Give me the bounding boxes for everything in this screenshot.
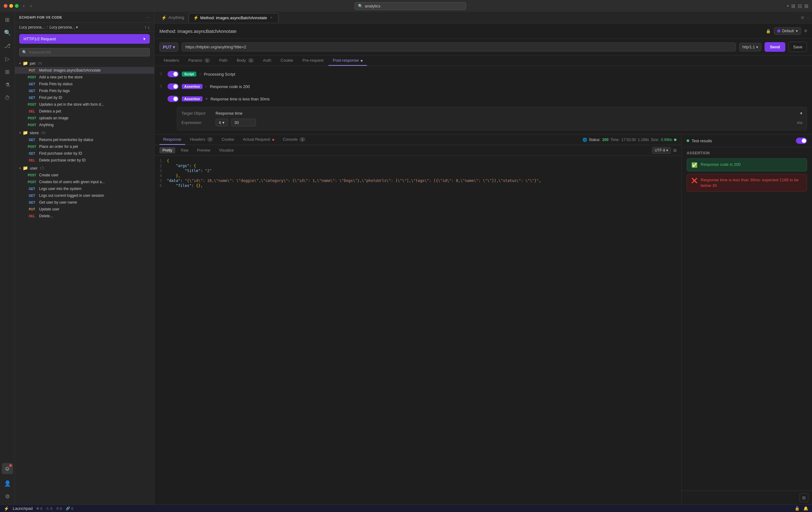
grid-icon-button[interactable]: ⊞ bbox=[2, 66, 13, 78]
tree-item-post-add-pet[interactable]: POST Add a new pet to the store bbox=[15, 74, 154, 81]
address-bar[interactable]: 🔍 bbox=[354, 2, 466, 10]
assertion-value-input[interactable] bbox=[231, 119, 256, 126]
tree-item-post-create-user[interactable]: POST Create user bbox=[15, 172, 154, 179]
send-button[interactable]: Send bbox=[764, 42, 786, 52]
tab-headers[interactable]: Headers bbox=[160, 56, 183, 66]
expression-selector[interactable]: lt ▾ bbox=[215, 119, 228, 126]
tab-params[interactable]: Params 1 bbox=[184, 56, 214, 66]
tree-item-del-user[interactable]: DEL Delete... bbox=[15, 213, 154, 219]
format-preview-button[interactable]: Preview bbox=[194, 147, 213, 153]
tab-more-icon[interactable]: ··· bbox=[806, 15, 810, 20]
assertion-2-expand-icon[interactable]: ▾ bbox=[206, 97, 207, 101]
test-results-toggle[interactable] bbox=[796, 138, 807, 144]
resp-tab-cookie[interactable]: Cookie bbox=[218, 134, 238, 145]
tree-item-get-login[interactable]: GET Logs user into the system bbox=[15, 185, 154, 192]
drag-handle-icon[interactable]: ⠿ bbox=[160, 84, 164, 89]
encoding-selector[interactable]: UTF-8 ▾ bbox=[652, 147, 671, 154]
tree-item-put-update-user[interactable]: PUT Update user bbox=[15, 206, 154, 213]
http-version-selector[interactable]: http/1.1 ▾ bbox=[739, 43, 761, 52]
tree-item-post-uploads[interactable]: POST uploads an image bbox=[15, 115, 154, 121]
method-selector[interactable]: PUT ▾ bbox=[160, 42, 178, 52]
assertion-1-toggle[interactable] bbox=[168, 83, 179, 90]
sidebar-more-icon[interactable]: ··· bbox=[146, 15, 150, 20]
url-input[interactable] bbox=[185, 44, 732, 49]
tree-item-post-update-pet[interactable]: POST Updates a pet in the store with for… bbox=[15, 101, 154, 108]
bell-icon: 🔔 bbox=[803, 506, 808, 511]
tab-body[interactable]: Body 1 bbox=[232, 56, 258, 66]
tree-item-get-order[interactable]: GET Find purchase order by ID bbox=[15, 150, 154, 157]
assertion-1-expand-icon[interactable]: › bbox=[206, 84, 207, 89]
grid-layout-icon[interactable]: ⊞ bbox=[804, 3, 808, 9]
request-more-icon[interactable]: ≡ bbox=[804, 28, 807, 34]
format-visualize-button[interactable]: Visualize bbox=[216, 147, 237, 153]
sidebar-search[interactable]: 🔍 bbox=[19, 48, 150, 56]
minimize-window-button[interactable] bbox=[9, 4, 13, 8]
tree-item-del-pet[interactable]: DEL Deletes a pet bbox=[15, 108, 154, 115]
tab-close-button[interactable]: × bbox=[269, 15, 274, 20]
user-icon-button[interactable]: 👤 bbox=[2, 478, 13, 489]
script-toggle[interactable] bbox=[168, 71, 179, 77]
beaker-icon-button[interactable]: ⚗ bbox=[2, 79, 13, 90]
request-tabs: Headers Params 1 Path Body 1 Auth Cookie bbox=[154, 56, 812, 66]
tree-item-get-pets-tags[interactable]: GET Finds Pets by tags bbox=[15, 87, 154, 94]
maximize-window-button[interactable] bbox=[15, 4, 19, 8]
tree-group-store-header[interactable]: ▾ 📁 store (4) bbox=[15, 129, 154, 137]
tree-item-label: Finds Pets by status bbox=[39, 82, 72, 86]
history-icon-button[interactable]: ⏱ bbox=[2, 92, 13, 103]
http-request-button[interactable]: HTTP1/2 Request ▾ bbox=[19, 34, 150, 44]
tab-path[interactable]: Path bbox=[215, 56, 232, 66]
tab-auth[interactable]: Auth bbox=[259, 56, 276, 66]
tab-anything[interactable]: ⚡ Anything bbox=[157, 13, 188, 22]
resp-tab-headers[interactable]: Headers 7 bbox=[186, 134, 217, 145]
url-input-container[interactable] bbox=[181, 42, 736, 52]
split-icon[interactable]: ⊟ bbox=[798, 3, 802, 9]
home-icon-button[interactable]: ⊞ bbox=[2, 14, 13, 25]
title-bar: ‹ › 🔍 ▪️ ⊞ ⊟ ⊞ bbox=[0, 0, 812, 12]
tree-group-user-header[interactable]: ▾ 📁 user (7) bbox=[15, 164, 154, 172]
tab-pre-request[interactable]: Pre-request bbox=[298, 56, 328, 66]
cloud-upload-icon[interactable]: ↑ bbox=[145, 25, 147, 29]
sidebar-search-input[interactable] bbox=[29, 50, 147, 55]
tree-item-get-logout[interactable]: GET Logs out current logged in user sess… bbox=[15, 192, 154, 199]
tree-item-get-pets-status[interactable]: GET Finds Pets by status bbox=[15, 81, 154, 87]
search-icon-button[interactable]: 🔍 bbox=[2, 27, 13, 38]
tree-item-put-method[interactable]: PUT Method: images.asyncBatchAnnotate bbox=[15, 67, 154, 74]
settings-icon-button[interactable]: ⚙ bbox=[2, 491, 13, 502]
tab-cookie[interactable]: Cookie bbox=[277, 56, 297, 66]
tree-group-pet-header[interactable]: ▾ 📁 pet (9) bbox=[15, 60, 154, 67]
back-button[interactable]: ‹ bbox=[21, 2, 26, 9]
branch-icon-button[interactable]: ⎇ bbox=[2, 40, 13, 52]
tab-post-response[interactable]: Post-response bbox=[328, 56, 367, 66]
run-icon-button[interactable]: ▷ bbox=[2, 53, 13, 64]
target-chevron-icon[interactable]: ▾ bbox=[800, 111, 802, 116]
assertion-2-toggle[interactable] bbox=[168, 96, 179, 102]
test-results-layout-icon[interactable]: ⊞ bbox=[800, 493, 808, 502]
env-dropdown[interactable]: Lucy persona... ▾ bbox=[49, 25, 78, 29]
tree-item-get-inventories[interactable]: GET Returns pet inventories by status bbox=[15, 137, 154, 143]
tree-item-del-order[interactable]: DEL Delete purchase order by ID bbox=[15, 157, 154, 163]
resp-tab-actual-request[interactable]: Actual Request bbox=[239, 134, 278, 145]
resp-tab-response[interactable]: Response bbox=[160, 134, 185, 145]
tab-method[interactable]: ⚡ Method: images.asyncBatchAnnotate × bbox=[188, 13, 279, 22]
drag-handle-icon[interactable]: ⠿ bbox=[160, 72, 164, 76]
format-pretty-button[interactable]: Pretty bbox=[160, 147, 175, 153]
resp-tab-console[interactable]: Console 1 bbox=[279, 134, 309, 145]
cloud-download-icon[interactable]: ↓ bbox=[148, 25, 150, 29]
script-expand-icon[interactable]: › bbox=[199, 72, 201, 76]
forward-button[interactable]: › bbox=[28, 2, 33, 9]
format-raw-button[interactable]: Raw bbox=[178, 147, 192, 153]
address-input[interactable] bbox=[365, 4, 463, 8]
copy-response-button[interactable]: ⧉ bbox=[673, 148, 676, 153]
close-window-button[interactable] bbox=[4, 4, 7, 8]
tree-item-post-order[interactable]: POST Place an order for a pet bbox=[15, 143, 154, 150]
tree-item-post-create-users-list[interactable]: POST Creates list of users with given in… bbox=[15, 179, 154, 185]
tree-item-post-anything[interactable]: POST Anything bbox=[15, 121, 154, 128]
tree-item-get-user[interactable]: GET Get user by user name bbox=[15, 199, 154, 206]
env-selector[interactable]: Default ▾ bbox=[774, 27, 801, 35]
layout-icon[interactable]: ⊞ bbox=[791, 3, 795, 9]
notification-icon-button[interactable]: ☺ bbox=[2, 463, 13, 474]
tree-item-get-pet-id[interactable]: GET Find pet by ID bbox=[15, 94, 154, 101]
sidebar-toggle-icon[interactable]: ▪️ bbox=[787, 3, 789, 9]
layout-toggle-icon[interactable]: ⊞ bbox=[801, 15, 804, 20]
save-button[interactable]: Save bbox=[788, 42, 807, 52]
